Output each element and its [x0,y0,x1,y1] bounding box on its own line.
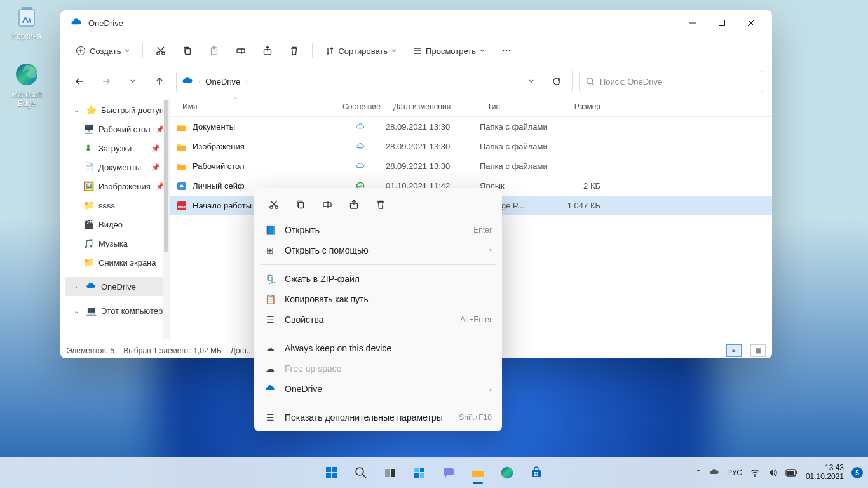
scrollbar-thumb[interactable] [164,100,168,252]
sidebar-item-documents[interactable]: 📄Документы📌 [65,158,169,177]
language-indicator[interactable]: РУС [727,468,742,477]
svg-point-21 [503,50,505,52]
addr-dropdown-button[interactable] [521,71,541,92]
svg-rect-12 [186,49,191,55]
recent-button[interactable] [123,71,143,92]
up-button[interactable] [149,71,170,92]
svg-rect-26 [177,126,186,131]
scrollbar[interactable] [163,100,169,339]
sidebar-item-downloads[interactable]: ⬇Загрузки📌 [65,139,169,158]
onedrive-tray-icon[interactable] [709,468,719,478]
clock[interactable]: 13:4301.10.2021 [806,464,844,482]
col-date[interactable]: Дата изменения [386,102,480,111]
chevron-right-icon: › [489,384,492,393]
file-row[interactable]: Изображения28.09.2021 13:30Папка с файла… [170,137,772,156]
ctx-zip[interactable]: 🗜️Сжать в ZIP-файл [258,269,498,289]
new-button[interactable]: Создать [68,39,137,62]
sidebar-item-thispc[interactable]: ⌄💻Этот компьютер [65,301,169,320]
col-state[interactable]: Состояние [335,102,386,111]
ctx-rename-button[interactable] [315,194,339,215]
chat-button[interactable] [436,460,461,485]
notification-badge[interactable]: 5 [851,467,863,478]
paste-button[interactable] [201,39,227,62]
breadcrumb[interactable]: OneDrive [205,77,240,86]
sidebar-item-onedrive[interactable]: ›OneDrive [65,277,169,296]
rename-button[interactable] [228,39,254,62]
ctx-onedrive[interactable]: OneDrive› [258,379,498,399]
copy-button[interactable] [175,39,200,62]
ctx-share-button[interactable] [342,194,366,215]
ctx-delete-button[interactable] [369,194,393,215]
back-button[interactable] [69,71,90,92]
svg-line-45 [363,475,366,478]
sidebar-item-ssss[interactable]: 📁ssss [65,196,169,215]
edge-taskbar-button[interactable] [494,460,520,485]
forward-button[interactable] [96,71,116,92]
ctx-cut-button[interactable] [262,194,286,215]
sidebar-item-video[interactable]: 🎬Видео [65,215,169,234]
more-button[interactable] [494,39,519,62]
ctx-copy-button[interactable] [288,194,313,215]
view-button[interactable]: Просмотреть [405,39,492,62]
file-row[interactable]: Рабочий стол28.09.2021 13:30Папка с файл… [170,156,772,176]
start-button[interactable] [319,460,344,485]
pin-icon: 📌 [151,163,160,172]
openwith-icon: ⊞ [264,245,276,255]
col-type[interactable]: Тип [480,102,556,111]
svg-rect-49 [420,468,424,472]
svg-rect-51 [420,473,424,478]
ctx-copy-path[interactable]: 📋Копировать как путь [258,289,498,309]
status-avail: Дост... [231,346,253,355]
cut-button[interactable] [148,39,173,62]
svg-rect-0 [19,10,34,26]
svg-rect-43 [332,473,337,478]
system-tray[interactable]: ⌃ РУС 13:4301.10.2021 5 [695,464,863,482]
context-menu: 📘ОткрытьEnter ⊞Открыть с помощью› 🗜️Сжат… [254,188,502,431]
tray-chevron-icon[interactable]: ⌃ [695,468,702,477]
battery-icon[interactable] [785,469,798,477]
taskview-button[interactable] [377,460,403,485]
svg-rect-56 [534,472,536,474]
ctx-properties[interactable]: ☰СвойстваAlt+Enter [258,309,498,330]
close-button[interactable] [736,13,766,33]
maximize-button[interactable] [707,13,736,33]
delete-button[interactable] [281,39,307,62]
search-input[interactable]: Поиск: OneDrive [579,71,763,92]
file-row[interactable]: Документы28.09.2021 13:30Папка с файлами [170,117,772,137]
ctx-show-more[interactable]: ☰Показать дополнительные параметрыShift+… [258,407,498,428]
desktop-icon-edge[interactable]: Microsoft Edge [3,61,51,108]
sidebar-item-pictures[interactable]: 🖼️Изображения📌 [65,177,169,196]
svg-rect-28 [177,165,186,170]
svg-rect-47 [391,469,395,477]
sidebar-item-desktop[interactable]: 🖥️Рабочий стол📌 [65,119,169,139]
sidebar-item-quick-access[interactable]: ⌄⭐Быстрый доступ [65,100,169,119]
refresh-button[interactable] [546,71,567,92]
desktop-icon-recycle-bin[interactable]: Корзина [3,3,51,41]
titlebar[interactable]: OneDrive [60,10,772,36]
col-size[interactable]: Размер [556,102,607,111]
address-bar[interactable]: › OneDrive › [176,71,573,92]
sidebar-item-music[interactable]: 🎵Музыка [65,234,169,253]
svg-rect-46 [385,469,390,477]
view-details-button[interactable]: ≡ [726,344,742,357]
taskbar-search-button[interactable] [348,460,374,485]
minimize-button[interactable] [678,13,707,33]
widgets-button[interactable] [407,460,432,485]
cloud-keep-icon: ☁ [264,343,276,353]
ctx-open[interactable]: 📘ОткрытьEnter [258,220,498,240]
store-taskbar-button[interactable] [524,460,549,485]
explorer-taskbar-button[interactable] [465,460,491,485]
svg-rect-27 [177,146,186,151]
view-tiles-button[interactable]: ▦ [750,344,766,357]
ctx-always-keep[interactable]: ☁Always keep on this device [258,338,498,358]
volume-icon[interactable] [768,468,778,478]
sidebar-item-screenshots[interactable]: 📁Снимки экрана [65,253,169,272]
sort-button[interactable]: Сортировать [318,39,404,62]
file-state [335,123,386,132]
col-name[interactable]: Имя [170,102,335,111]
column-headers[interactable]: ⌃ Имя Состояние Дата изменения Тип Разме… [170,97,772,117]
ctx-open-with[interactable]: ⊞Открыть с помощью› [258,240,498,261]
properties-icon: ☰ [264,315,276,325]
share-button[interactable] [255,39,280,62]
wifi-icon[interactable] [750,468,760,478]
